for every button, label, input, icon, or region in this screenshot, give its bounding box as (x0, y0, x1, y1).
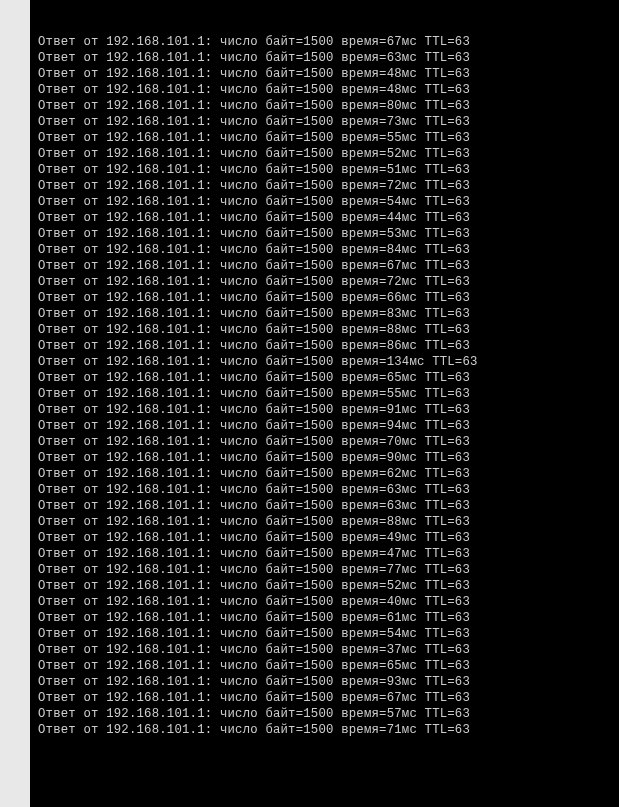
ping-reply-line: Ответ от 192.168.101.1: число байт=1500 … (38, 66, 611, 82)
ping-reply-line: Ответ от 192.168.101.1: число байт=1500 … (38, 114, 611, 130)
ping-reply-line: Ответ от 192.168.101.1: число байт=1500 … (38, 82, 611, 98)
ping-reply-line: Ответ от 192.168.101.1: число байт=1500 … (38, 722, 611, 738)
ping-reply-line: Ответ от 192.168.101.1: число байт=1500 … (38, 210, 611, 226)
ping-reply-line: Ответ от 192.168.101.1: число байт=1500 … (38, 658, 611, 674)
ping-reply-line: Ответ от 192.168.101.1: число байт=1500 … (38, 306, 611, 322)
ping-reply-line: Ответ от 192.168.101.1: число байт=1500 … (38, 434, 611, 450)
ping-reply-line: Ответ от 192.168.101.1: число байт=1500 … (38, 338, 611, 354)
ping-reply-line: Ответ от 192.168.101.1: число байт=1500 … (38, 690, 611, 706)
ping-reply-line: Ответ от 192.168.101.1: число байт=1500 … (38, 514, 611, 530)
ping-reply-line: Ответ от 192.168.101.1: число байт=1500 … (38, 290, 611, 306)
ping-reply-line: Ответ от 192.168.101.1: число байт=1500 … (38, 418, 611, 434)
ping-reply-line: Ответ от 192.168.101.1: число байт=1500 … (38, 146, 611, 162)
ping-reply-line: Ответ от 192.168.101.1: число байт=1500 … (38, 562, 611, 578)
ping-reply-line: Ответ от 192.168.101.1: число байт=1500 … (38, 578, 611, 594)
ping-reply-line: Ответ от 192.168.101.1: число байт=1500 … (38, 242, 611, 258)
ping-reply-line: Ответ от 192.168.101.1: число байт=1500 … (38, 50, 611, 66)
ping-reply-line: Ответ от 192.168.101.1: число байт=1500 … (38, 498, 611, 514)
ping-reply-line: Ответ от 192.168.101.1: число байт=1500 … (38, 386, 611, 402)
ping-reply-line: Ответ от 192.168.101.1: число байт=1500 … (38, 530, 611, 546)
ping-reply-line: Ответ от 192.168.101.1: число байт=1500 … (38, 706, 611, 722)
ping-reply-line: Ответ от 192.168.101.1: число байт=1500 … (38, 274, 611, 290)
ping-reply-line: Ответ от 192.168.101.1: число байт=1500 … (38, 674, 611, 690)
ping-reply-line: Ответ от 192.168.101.1: число байт=1500 … (38, 370, 611, 386)
ping-reply-line: Ответ от 192.168.101.1: число байт=1500 … (38, 226, 611, 242)
ping-reply-line: Ответ от 192.168.101.1: число байт=1500 … (38, 98, 611, 114)
ping-reply-line: Ответ от 192.168.101.1: число байт=1500 … (38, 258, 611, 274)
window-frame: Ответ от 192.168.101.1: число байт=1500 … (0, 0, 619, 807)
ping-reply-line: Ответ от 192.168.101.1: число байт=1500 … (38, 402, 611, 418)
ping-reply-line: Ответ от 192.168.101.1: число байт=1500 … (38, 178, 611, 194)
blank-line (38, 770, 611, 786)
ping-reply-line: Ответ от 192.168.101.1: число байт=1500 … (38, 594, 611, 610)
ping-reply-line: Ответ от 192.168.101.1: число байт=1500 … (38, 450, 611, 466)
ping-reply-line: Ответ от 192.168.101.1: число байт=1500 … (38, 482, 611, 498)
ping-reply-line: Ответ от 192.168.101.1: число байт=1500 … (38, 466, 611, 482)
ping-reply-line: Ответ от 192.168.101.1: число байт=1500 … (38, 626, 611, 642)
ping-reply-line: Ответ от 192.168.101.1: число байт=1500 … (38, 162, 611, 178)
ping-reply-line: Ответ от 192.168.101.1: число байт=1500 … (38, 642, 611, 658)
ping-reply-line: Ответ от 192.168.101.1: число байт=1500 … (38, 546, 611, 562)
ping-reply-line: Ответ от 192.168.101.1: число байт=1500 … (38, 194, 611, 210)
ping-reply-line: Ответ от 192.168.101.1: число байт=1500 … (38, 130, 611, 146)
terminal-output[interactable]: Ответ от 192.168.101.1: число байт=1500 … (30, 0, 619, 807)
ping-reply-line: Ответ от 192.168.101.1: число байт=1500 … (38, 354, 611, 370)
ping-replies: Ответ от 192.168.101.1: число байт=1500 … (38, 34, 611, 738)
ping-reply-line: Ответ от 192.168.101.1: число байт=1500 … (38, 34, 611, 50)
ping-reply-line: Ответ от 192.168.101.1: число байт=1500 … (38, 610, 611, 626)
ping-reply-line: Ответ от 192.168.101.1: число байт=1500 … (38, 322, 611, 338)
